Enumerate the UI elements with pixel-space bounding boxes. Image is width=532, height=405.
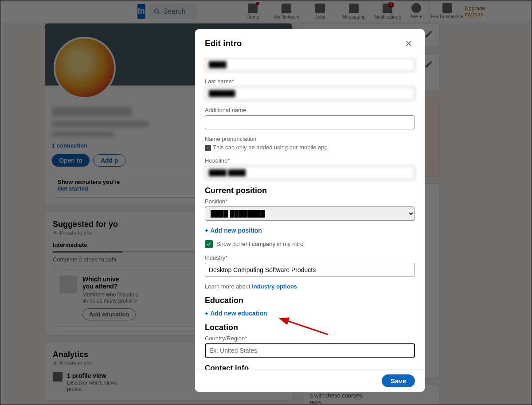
position-label: Position* bbox=[205, 198, 415, 205]
industry-help: Learn more about industry options bbox=[205, 283, 415, 290]
industry-options-link[interactable]: industry options bbox=[252, 283, 297, 290]
country-field[interactable] bbox=[205, 343, 415, 358]
add-position-link[interactable]: + Add new position bbox=[205, 227, 415, 234]
info-icon: i bbox=[205, 145, 211, 151]
show-company-checkbox[interactable]: Show current company in my intro bbox=[205, 240, 415, 248]
close-icon[interactable] bbox=[403, 37, 415, 50]
last-name-label: Last name* bbox=[205, 78, 415, 85]
position-select[interactable]: ████ ████████ bbox=[205, 206, 415, 221]
pronunciation-label: Name pronunciation bbox=[205, 136, 415, 142]
additional-name-field[interactable] bbox=[205, 115, 415, 129]
headline-field[interactable] bbox=[205, 166, 415, 180]
current-position-heading: Current position bbox=[205, 186, 415, 195]
country-label: Country/Region* bbox=[205, 335, 415, 342]
location-heading: Location bbox=[205, 323, 415, 332]
last-name-field[interactable] bbox=[205, 86, 415, 101]
industry-label: Industry* bbox=[205, 254, 415, 261]
headline-label: Headline* bbox=[205, 157, 415, 164]
modal-title: Edit intro bbox=[205, 39, 242, 48]
checkbox-checked-icon bbox=[205, 240, 213, 248]
education-heading: Education bbox=[205, 296, 415, 305]
additional-name-label: Additional name bbox=[205, 107, 415, 113]
save-button[interactable]: Save bbox=[382, 374, 415, 387]
add-education-link[interactable]: + Add new education bbox=[205, 310, 415, 317]
industry-field[interactable] bbox=[205, 263, 415, 277]
first-name-field[interactable] bbox=[205, 58, 415, 72]
edit-intro-modal: Edit intro Last name* Additional name Na… bbox=[195, 29, 425, 392]
contact-heading: Contact info bbox=[205, 364, 415, 370]
